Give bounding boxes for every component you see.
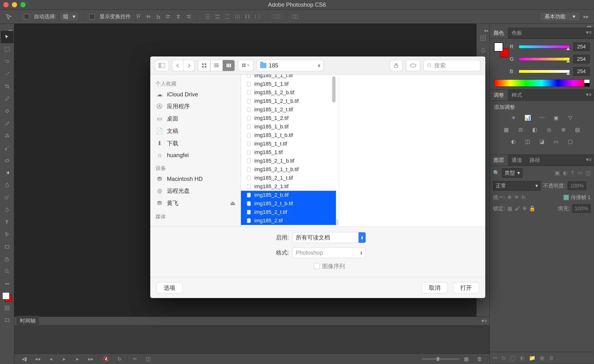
- lock-image-icon[interactable]: 🖌: [515, 205, 520, 212]
- layers-tab[interactable]: 图层: [490, 155, 508, 166]
- collapse-panels-icon[interactable]: ▸▸: [490, 24, 594, 27]
- sidebar-item-icloud-drive[interactable]: ☁iCloud Drive: [150, 89, 241, 100]
- exposure-icon[interactable]: ▣: [552, 114, 561, 122]
- file-row[interactable]: img185_1_t.tif: [241, 139, 336, 148]
- auto-select-dropdown[interactable]: 组 ▾: [60, 12, 79, 21]
- fill-adj-icon[interactable]: ◐: [520, 355, 525, 361]
- sidebar-item-文稿[interactable]: 📄文稿: [150, 125, 241, 137]
- distribute-left-icon[interactable]: [233, 12, 242, 21]
- vibrance-icon[interactable]: ▽: [566, 114, 575, 122]
- sidebar-item-桌面[interactable]: ▭桌面: [150, 113, 241, 125]
- unify-style-icon[interactable]: fx: [522, 194, 526, 200]
- curves-icon[interactable]: 〰: [538, 114, 547, 122]
- move-tool[interactable]: [1, 31, 14, 43]
- list-view-button[interactable]: [210, 60, 223, 71]
- sidebar-item-远程光盘[interactable]: ◎远程光盘: [150, 185, 241, 197]
- file-row[interactable]: img185_1_t_b.tif: [241, 131, 336, 139]
- panel-menu-icon[interactable]: ▾≡: [584, 155, 594, 166]
- distribute-top-icon[interactable]: [203, 12, 212, 21]
- history-brush-tool[interactable]: [1, 142, 14, 154]
- balance-icon[interactable]: ⚖: [516, 126, 525, 134]
- photofilter-icon[interactable]: ◎: [545, 126, 554, 134]
- foreground-swatch[interactable]: [494, 42, 503, 52]
- r-slider[interactable]: [519, 45, 570, 48]
- filter-pixel-icon[interactable]: ▣: [555, 170, 560, 176]
- scrollbar-thumb[interactable]: [332, 76, 336, 103]
- wand-tool[interactable]: [1, 68, 14, 80]
- new-layer-icon[interactable]: ▣: [540, 355, 545, 361]
- healing-tool[interactable]: [1, 105, 14, 117]
- column-resize-handle[interactable]: ‖: [336, 74, 339, 227]
- sidebar-item-huangfei[interactable]: ⌂huangfei: [150, 150, 241, 161]
- zoom-tool[interactable]: [1, 265, 14, 278]
- properties-panel-icon[interactable]: [478, 44, 488, 56]
- hand-tool[interactable]: [1, 253, 14, 265]
- sidebar-item-下载[interactable]: ⬇下载: [150, 137, 241, 150]
- sidebar-item-黄飞[interactable]: ⛃黄飞⏏: [150, 197, 241, 209]
- bw-icon[interactable]: ◧: [530, 126, 539, 134]
- b-slider[interactable]: [519, 70, 570, 73]
- file-row[interactable]: img185_2.tif: [241, 216, 336, 225]
- edit-toolbar-icon[interactable]: [1, 278, 14, 290]
- file-row[interactable]: img185_2_1.tif: [241, 182, 336, 191]
- threshold-icon[interactable]: ◪: [538, 138, 547, 146]
- posterize-icon[interactable]: ◫: [523, 138, 532, 146]
- quickmask-tool[interactable]: [1, 302, 14, 314]
- link-icon[interactable]: ⚯: [493, 355, 497, 361]
- file-row[interactable]: img185_2_t.tif: [241, 208, 336, 216]
- prev-frame-icon[interactable]: ◂◂: [31, 355, 44, 363]
- color-ramp[interactable]: [494, 79, 590, 87]
- collapse-toolbox-icon[interactable]: ▸▸: [0, 28, 14, 31]
- panel-menu-icon[interactable]: ▾≡: [584, 90, 594, 101]
- transition-icon[interactable]: ◫: [142, 355, 155, 363]
- file-row[interactable]: img185_1_2_t_b.tif: [241, 97, 336, 105]
- back-button[interactable]: [172, 60, 183, 71]
- align-left-icon[interactable]: [164, 12, 173, 21]
- file-row[interactable]: img185_2_t_b.tif: [241, 199, 336, 208]
- eject-icon[interactable]: ⏏: [230, 200, 236, 206]
- file-row[interactable]: img185_1_2_b.tif: [241, 88, 336, 97]
- align-bottom-icon[interactable]: [154, 12, 163, 21]
- styles-tab[interactable]: 样式: [508, 90, 526, 101]
- format-dropdown[interactable]: Photoshop ▴▾: [292, 247, 366, 258]
- lock-all-icon[interactable]: 🔒: [529, 205, 535, 212]
- file-row[interactable]: img185_2_b.tif: [241, 191, 336, 199]
- file-row[interactable]: img185_1_b.tif: [241, 122, 336, 131]
- opacity-field[interactable]: 100%: [568, 182, 586, 190]
- share-button[interactable]: [390, 60, 403, 71]
- file-row[interactable]: img185_1_2.tif: [241, 114, 336, 122]
- next-frame-icon[interactable]: ▸▸: [84, 355, 97, 363]
- crop-tool[interactable]: [1, 80, 14, 93]
- options-button[interactable]: 选项: [156, 282, 182, 293]
- audio-icon[interactable]: 🔇: [100, 355, 113, 363]
- workspace-dropdown[interactable]: 基本功能 ▾: [540, 12, 580, 21]
- sidebar-item-macintosh-hd[interactable]: ⛃Macintosh HD: [150, 173, 241, 185]
- column-view-button[interactable]: [223, 60, 235, 71]
- close-window-icon[interactable]: [3, 2, 8, 7]
- convert-icon[interactable]: ▦: [460, 355, 473, 363]
- stamp-tool[interactable]: [1, 130, 14, 142]
- step-back-icon[interactable]: ◂: [44, 355, 57, 363]
- play-icon[interactable]: ▸: [57, 355, 71, 363]
- color-swatches[interactable]: [2, 292, 12, 302]
- levels-icon[interactable]: 📊: [523, 114, 532, 122]
- cancel-button[interactable]: 取消: [422, 282, 448, 293]
- sidebar-item-应用程序[interactable]: Ⓐ应用程序: [150, 100, 241, 113]
- maximize-window-icon[interactable]: [20, 2, 26, 7]
- fill-field[interactable]: 100%: [572, 204, 591, 213]
- path-dropdown[interactable]: 185 ▴▾: [257, 60, 324, 71]
- search-field[interactable]: 搜索: [424, 60, 480, 71]
- file-column[interactable]: img185_1_1_t.tifimg185_1_1.tifimg185_1_2…: [241, 74, 336, 227]
- blur-tool[interactable]: [1, 179, 14, 191]
- file-row[interactable]: img185_2_1_t.tif: [241, 174, 336, 182]
- file-row[interactable]: img185_2_1_b.tif: [241, 157, 336, 165]
- g-value[interactable]: 254: [573, 55, 590, 63]
- filter-smart-icon[interactable]: ◫: [586, 170, 591, 176]
- path-select-tool[interactable]: [1, 228, 14, 241]
- paths-tab[interactable]: 路径: [526, 155, 544, 166]
- auto-align-icon[interactable]: [272, 12, 281, 21]
- align-top-icon[interactable]: [134, 12, 143, 21]
- delete-icon[interactable]: 🗑: [473, 355, 486, 363]
- selective-icon[interactable]: ▢: [566, 138, 575, 146]
- minimize-window-icon[interactable]: [12, 2, 17, 7]
